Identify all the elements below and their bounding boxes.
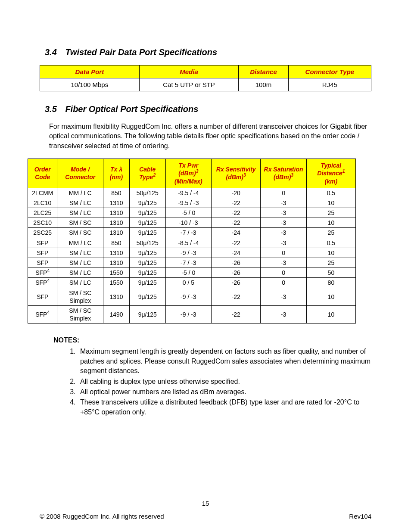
table-cell: -9 / -3 xyxy=(165,305,212,323)
th-distance: Distance xyxy=(239,65,288,78)
table-cell: -3 xyxy=(261,208,307,218)
table-cell: SM / LC xyxy=(57,278,103,288)
table-cell: SM / SC xyxy=(57,218,103,228)
heading-title: Twisted Pair Data Port Specifications xyxy=(65,47,217,57)
table-row: 2LCMMMM / LC85050μ/125-9.5 / -4-2000.5 xyxy=(28,188,356,198)
table-cell: -5 / 0 xyxy=(165,268,212,278)
table-cell: -24 xyxy=(212,248,261,258)
table-cell: 9μ/125 xyxy=(129,305,165,323)
table-cell: 1550 xyxy=(103,268,130,278)
table-cell: SFP4 xyxy=(28,305,57,323)
footer-revision: Rev104 xyxy=(349,513,371,520)
table-cell: 1310 xyxy=(103,218,130,228)
table-cell: -7 / -3 xyxy=(165,258,212,268)
table-cell: -5 / 0 xyxy=(165,208,212,218)
table-cell: SM / LC xyxy=(57,198,103,208)
table-header-cell: Typical Distance1(km) xyxy=(306,159,355,188)
table-cell: -22 xyxy=(212,218,261,228)
table-cell: 9μ/125 xyxy=(129,218,165,228)
table-cell: 0 xyxy=(261,188,307,198)
table-cell: SM / SC xyxy=(57,228,103,238)
table-row: 2LC10SM / LC13109μ/125-9.5 / -3-22-310 xyxy=(28,198,356,208)
table-cell: -3 xyxy=(261,218,307,228)
table-cell: SFP xyxy=(28,248,57,258)
table-header-cell: Rx Sensitivity(dBm)3 xyxy=(212,159,261,188)
th-media: Media xyxy=(139,65,239,78)
table-cell: 850 xyxy=(103,188,130,198)
table-header-cell: Tx λ(nm) xyxy=(103,159,130,188)
table-cell: 9μ/125 xyxy=(129,248,165,258)
table-cell: -3 xyxy=(261,258,307,268)
table-cell: SFP xyxy=(28,258,57,268)
table-cell: 50μ/125 xyxy=(129,188,165,198)
table-row: SFPMM / LC85050μ/125-8.5 / -4-22-30.5 xyxy=(28,238,356,248)
table-cell: 50μ/125 xyxy=(129,238,165,248)
table-cell: 1310 xyxy=(103,258,130,268)
table-cell: -3 xyxy=(261,288,307,305)
table-cell: -3 xyxy=(261,198,307,208)
table-row: SFP4SM / LC15509μ/1250 / 5-26080 xyxy=(28,278,356,288)
table-cell: -22 xyxy=(212,238,261,248)
heading-3-4: 3.4 Twisted Pair Data Port Specification… xyxy=(40,47,371,57)
th-connector-type: Connector Type xyxy=(288,65,371,78)
table-cell: 10 xyxy=(306,288,355,305)
fiber-intro-paragraph: For maximum flexibility RuggedCom Inc. o… xyxy=(40,122,371,151)
table-header-row: Data Port Media Distance Connector Type xyxy=(40,65,371,78)
table-cell: -22 xyxy=(212,198,261,208)
table-cell: 80 xyxy=(306,278,355,288)
table-cell: SM / LC xyxy=(57,208,103,218)
table-cell: SM / SCSimplex xyxy=(57,288,103,305)
table-cell: SM / LC xyxy=(57,258,103,268)
table-cell: 100m xyxy=(239,78,288,91)
table-cell: -3 xyxy=(261,305,307,323)
table-cell: 9μ/125 xyxy=(129,258,165,268)
table-cell: 0 xyxy=(261,248,307,258)
table-cell: -20 xyxy=(212,188,261,198)
table-cell: SM / SCSimplex xyxy=(57,305,103,323)
note-item: All optical power numbers are listed as … xyxy=(78,387,371,397)
note-item: All cabling is duplex type unless otherw… xyxy=(78,377,371,386)
table-cell: 50 xyxy=(306,268,355,278)
table-cell: -10 / -3 xyxy=(165,218,212,228)
note-item: These transceivers utilize a distributed… xyxy=(78,398,371,417)
table-cell: 10/100 Mbps xyxy=(40,78,140,91)
table-cell: 25 xyxy=(306,208,355,218)
table-row: 2SC10SM / SC13109μ/125-10 / -3-22-310 xyxy=(28,218,356,228)
table-cell: -3 xyxy=(261,228,307,238)
twisted-pair-table: Data Port Media Distance Connector Type … xyxy=(40,65,371,91)
table-cell: 9μ/125 xyxy=(129,198,165,208)
table-cell: -9 / -3 xyxy=(165,288,212,305)
table-row: 2SC25SM / SC13109μ/125-7 / -3-24-325 xyxy=(28,228,356,238)
table-cell: -26 xyxy=(212,268,261,278)
table-row: SFP4SM / LC15509μ/125-5 / 0-26050 xyxy=(28,268,356,278)
table-cell: SFP xyxy=(28,288,57,305)
page: 3.4 Twisted Pair Data Port Specification… xyxy=(0,0,411,532)
table-cell: 2LC25 xyxy=(28,208,57,218)
table-cell: SFP4 xyxy=(28,268,57,278)
table-cell: 1310 xyxy=(103,288,130,305)
heading-title: Fiber Optical Port Specifications xyxy=(65,104,198,114)
table-row: SFP4SM / SCSimplex14909μ/125-9 / -3-22-3… xyxy=(28,305,356,323)
table-row: SFPSM / LC13109μ/125-7 / -3-26-325 xyxy=(28,258,356,268)
table-cell: 1310 xyxy=(103,198,130,208)
table-header-row: Order CodeMode / ConnectorTx λ(nm)Cable … xyxy=(28,159,356,188)
table-cell: -9.5 / -3 xyxy=(165,198,212,208)
table-cell: SFP xyxy=(28,238,57,248)
table-cell: 2LC10 xyxy=(28,198,57,208)
table-cell: SM / LC xyxy=(57,268,103,278)
table-cell: 0 xyxy=(261,278,307,288)
heading-number: 3.5 xyxy=(45,104,57,114)
table-cell: 10 xyxy=(306,305,355,323)
table-row: 2LC25SM / LC13109μ/125-5 / 0-22-325 xyxy=(28,208,356,218)
table-cell: 0 / 5 xyxy=(165,278,212,288)
table-cell: SM / LC xyxy=(57,248,103,258)
table-cell: 0.5 xyxy=(306,238,355,248)
table-cell: -3 xyxy=(261,238,307,248)
table-cell: 2LCMM xyxy=(28,188,57,198)
table-cell: 9μ/125 xyxy=(129,278,165,288)
table-cell: 10 xyxy=(306,198,355,208)
table-cell: -26 xyxy=(212,258,261,268)
footer-copyright: © 2008 RuggedCom Inc. All rights reserve… xyxy=(40,513,164,520)
table-cell: 1310 xyxy=(103,228,130,238)
table-cell: 25 xyxy=(306,258,355,268)
